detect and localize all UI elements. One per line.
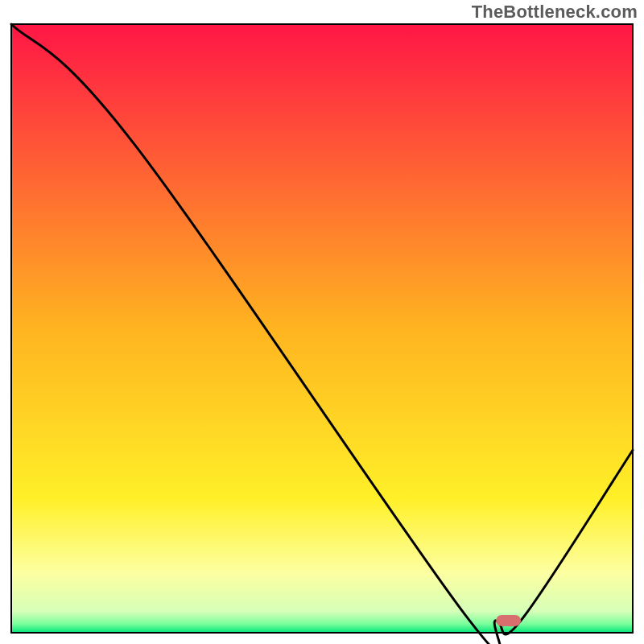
chart-container: TheBottleneck.com [0, 0, 644, 644]
bottleneck-chart [0, 0, 644, 644]
gradient-background [11, 24, 633, 633]
optimal-range-marker [496, 615, 521, 626]
watermark-label: TheBottleneck.com [472, 2, 638, 23]
